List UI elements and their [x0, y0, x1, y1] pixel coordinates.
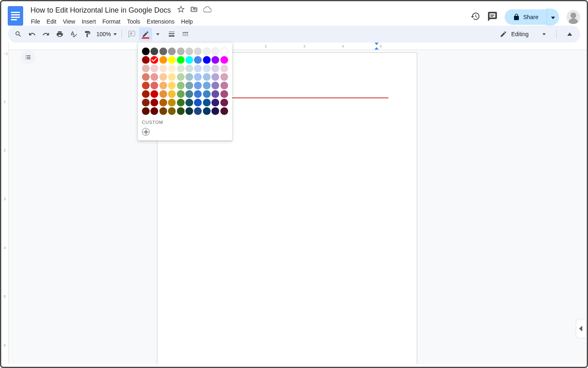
color-swatch[interactable] [211, 107, 219, 115]
color-swatch[interactable] [142, 48, 150, 55]
color-swatch[interactable] [203, 90, 211, 98]
color-swatch[interactable] [194, 73, 202, 81]
color-swatch[interactable] [220, 82, 228, 89]
color-swatch[interactable] [220, 73, 228, 81]
border-color-button[interactable] [139, 28, 152, 41]
color-swatch[interactable] [194, 56, 202, 64]
color-swatch[interactable] [159, 56, 167, 64]
color-swatch[interactable] [220, 99, 228, 106]
color-swatch[interactable] [159, 65, 167, 72]
color-swatch[interactable] [142, 65, 150, 72]
menu-tools[interactable]: Tools [124, 17, 143, 26]
color-swatch[interactable] [142, 73, 150, 81]
share-dropdown[interactable] [547, 9, 559, 26]
color-swatch[interactable] [177, 107, 185, 115]
color-swatch[interactable] [220, 107, 228, 115]
color-swatch[interactable] [185, 56, 193, 64]
zoom-select[interactable]: 100% [95, 31, 118, 37]
color-swatch[interactable] [150, 82, 158, 89]
redo-icon[interactable] [39, 28, 52, 41]
color-swatch[interactable] [177, 56, 185, 64]
outline-toggle[interactable] [21, 50, 35, 65]
color-swatch[interactable] [177, 73, 185, 81]
color-swatch[interactable] [168, 48, 176, 55]
color-swatch[interactable] [203, 107, 211, 115]
color-swatch[interactable] [194, 82, 202, 89]
color-swatch[interactable] [185, 73, 193, 81]
search-icon[interactable] [12, 28, 25, 41]
menu-help[interactable]: Help [178, 17, 196, 26]
color-swatch[interactable] [159, 48, 167, 55]
mode-button[interactable]: Editing [496, 30, 550, 38]
cloud-done-icon[interactable] [203, 5, 211, 15]
color-swatch[interactable] [185, 65, 193, 72]
menu-view[interactable]: View [60, 17, 78, 26]
color-swatch[interactable] [142, 56, 150, 64]
color-swatch[interactable] [168, 56, 176, 64]
color-swatch[interactable] [211, 56, 219, 64]
color-swatch[interactable] [203, 56, 211, 64]
color-swatch[interactable] [177, 82, 185, 89]
color-swatch[interactable] [211, 65, 219, 72]
spellcheck-icon[interactable] [67, 28, 80, 41]
print-icon[interactable] [53, 28, 66, 41]
color-swatch[interactable] [185, 48, 193, 55]
indent-marker-right-bottom[interactable] [375, 47, 379, 50]
color-swatch[interactable] [220, 65, 228, 72]
color-swatch[interactable] [203, 48, 211, 55]
color-swatch[interactable] [168, 73, 176, 81]
color-swatch[interactable] [142, 90, 150, 98]
color-swatch[interactable] [211, 73, 219, 81]
color-swatch[interactable] [150, 73, 158, 81]
color-swatch[interactable] [168, 82, 176, 89]
color-swatch[interactable] [159, 73, 167, 81]
color-swatch[interactable] [194, 107, 202, 115]
color-swatch[interactable] [194, 48, 202, 55]
color-swatch[interactable] [177, 99, 185, 106]
collapse-toolbar-icon[interactable] [563, 28, 576, 41]
color-swatch[interactable] [185, 99, 193, 106]
undo-icon[interactable] [26, 28, 39, 41]
color-swatch[interactable] [194, 99, 202, 106]
menu-format[interactable]: Format [100, 17, 123, 26]
border-color-dropdown[interactable] [151, 28, 164, 41]
move-to-folder-icon[interactable] [190, 6, 198, 15]
color-swatch[interactable] [211, 48, 219, 55]
avatar[interactable] [566, 10, 580, 24]
color-swatch[interactable] [177, 65, 185, 72]
docs-app-icon[interactable] [8, 6, 23, 26]
menu-insert[interactable]: Insert [79, 17, 99, 26]
color-swatch[interactable] [220, 56, 228, 64]
color-swatch[interactable] [203, 73, 211, 81]
color-swatch[interactable] [194, 65, 202, 72]
color-swatch[interactable] [159, 99, 167, 106]
add-comment-icon[interactable] [125, 28, 138, 41]
color-swatch[interactable] [150, 99, 158, 106]
color-swatch[interactable] [168, 90, 176, 98]
color-swatch[interactable] [211, 99, 219, 106]
color-swatch[interactable] [142, 82, 150, 89]
color-swatch[interactable] [168, 65, 176, 72]
color-swatch[interactable] [177, 90, 185, 98]
color-swatch[interactable] [194, 90, 202, 98]
color-swatch[interactable] [168, 99, 176, 106]
color-swatch[interactable] [142, 99, 150, 106]
color-swatch[interactable] [159, 90, 167, 98]
color-swatch[interactable] [220, 48, 228, 55]
color-swatch[interactable] [150, 56, 158, 64]
menu-edit[interactable]: Edit [44, 17, 59, 26]
color-swatch[interactable] [203, 65, 211, 72]
indent-marker-right[interactable] [375, 43, 379, 45]
color-swatch[interactable] [203, 99, 211, 106]
color-swatch[interactable] [150, 48, 158, 55]
side-panel-toggle[interactable] [576, 319, 586, 338]
border-dash-icon[interactable] [179, 28, 192, 41]
comments-icon[interactable] [488, 11, 497, 23]
add-custom-color-button[interactable] [142, 128, 150, 136]
color-swatch[interactable] [159, 82, 167, 89]
color-swatch[interactable] [177, 48, 185, 55]
menu-file[interactable]: File [28, 17, 43, 26]
color-swatch[interactable] [150, 65, 158, 72]
color-swatch[interactable] [150, 90, 158, 98]
star-icon[interactable] [177, 6, 185, 15]
